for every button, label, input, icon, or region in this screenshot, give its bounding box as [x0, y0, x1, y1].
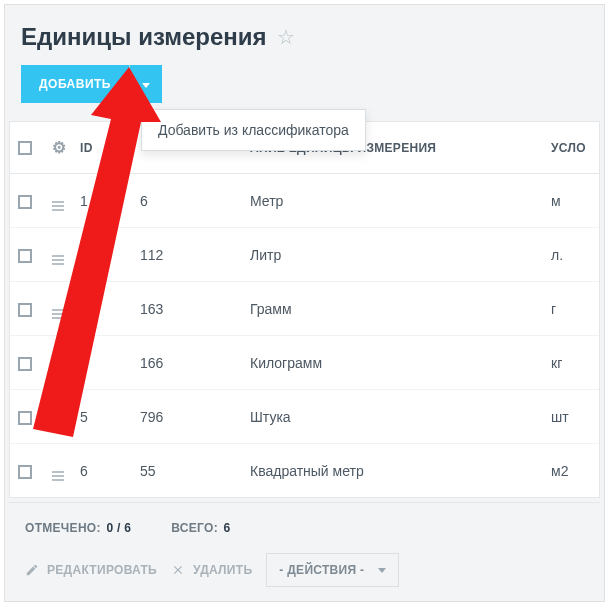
cell-id: 2 [72, 228, 132, 282]
cell-code: 796 [132, 390, 242, 444]
column-header-symbol[interactable]: УСЛО [543, 122, 599, 174]
drag-handle-icon[interactable] [52, 255, 64, 265]
cell-symbol: м2 [543, 444, 599, 498]
edit-button[interactable]: РЕДАКТИРОВАТЬ [25, 563, 157, 577]
add-dropdown-toggle[interactable] [130, 65, 162, 103]
cell-id: 6 [72, 444, 132, 498]
selected-value: 0 / 6 [106, 521, 131, 535]
cell-code: 6 [132, 174, 242, 228]
table-row[interactable]: 5796Штукашт [10, 390, 599, 444]
cell-symbol: шт [543, 390, 599, 444]
actions-dropdown[interactable]: - ДЕЙСТВИЯ - [266, 553, 399, 587]
gear-icon[interactable]: ⚙ [52, 139, 66, 156]
drag-handle-icon[interactable] [52, 309, 64, 319]
chevron-down-icon [142, 83, 150, 88]
cell-name: Килограмм [242, 336, 543, 390]
drag-handle-icon[interactable] [52, 201, 64, 211]
row-checkbox[interactable] [18, 465, 32, 479]
actions-dropdown-label: - ДЕЙСТВИЯ - [279, 563, 364, 577]
add-button-group: ДОБАВИТЬ [21, 65, 604, 103]
cell-id: 1 [72, 174, 132, 228]
cell-code: 166 [132, 336, 242, 390]
cell-code: 163 [132, 282, 242, 336]
row-checkbox[interactable] [18, 195, 32, 209]
cell-code: 55 [132, 444, 242, 498]
delete-label: УДАЛИТЬ [193, 563, 252, 577]
cell-id: 3 [72, 282, 132, 336]
cell-name: Квадратный метр [242, 444, 543, 498]
cell-code: 112 [132, 228, 242, 282]
row-checkbox[interactable] [18, 249, 32, 263]
actions-bar: РЕДАКТИРОВАТЬ УДАЛИТЬ - ДЕЙСТВИЯ - [9, 543, 600, 591]
cell-symbol: г [543, 282, 599, 336]
selected-label: ОТМЕЧЕНО: [25, 521, 101, 535]
row-checkbox[interactable] [18, 357, 32, 371]
cell-name: Метр [242, 174, 543, 228]
stats-bar: ОТМЕЧЕНО: 0 / 6 ВСЕГО: 6 [9, 502, 600, 543]
total-value: 6 [224, 521, 231, 535]
delete-button[interactable]: УДАЛИТЬ [171, 563, 252, 577]
table-row[interactable]: 3163Граммг [10, 282, 599, 336]
table-row[interactable]: 16Метрм [10, 174, 599, 228]
cell-symbol: л. [543, 228, 599, 282]
cell-symbol: м [543, 174, 599, 228]
cell-id: 4 [72, 336, 132, 390]
table-row[interactable]: 655Квадратный метрм2 [10, 444, 599, 498]
close-icon [171, 563, 185, 577]
row-checkbox[interactable] [18, 303, 32, 317]
pencil-icon [25, 563, 39, 577]
column-header-id[interactable]: ID [72, 122, 132, 174]
add-button[interactable]: ДОБАВИТЬ [21, 65, 130, 103]
table-row[interactable]: 4166Килограммкг [10, 336, 599, 390]
page-title: Единицы измерения [21, 23, 267, 51]
drag-handle-icon[interactable] [52, 471, 64, 481]
edit-label: РЕДАКТИРОВАТЬ [47, 563, 157, 577]
row-checkbox[interactable] [18, 411, 32, 425]
units-table: ⚙ ID АНИЕ ЕДИНИЦЫ ИЗМЕРЕНИЯ УСЛО 16Метрм… [9, 121, 600, 498]
cell-symbol: кг [543, 336, 599, 390]
star-icon[interactable]: ☆ [277, 25, 295, 49]
cell-name: Литр [242, 228, 543, 282]
cell-name: Грамм [242, 282, 543, 336]
chevron-down-icon [378, 568, 386, 573]
cell-name: Штука [242, 390, 543, 444]
add-dropdown-item[interactable]: Добавить из классификатора [141, 109, 366, 151]
table-row[interactable]: 2112Литрл. [10, 228, 599, 282]
drag-handle-icon[interactable] [52, 417, 64, 427]
select-all-checkbox[interactable] [18, 141, 32, 155]
cell-id: 5 [72, 390, 132, 444]
drag-handle-icon[interactable] [52, 363, 64, 373]
total-label: ВСЕГО: [171, 521, 218, 535]
